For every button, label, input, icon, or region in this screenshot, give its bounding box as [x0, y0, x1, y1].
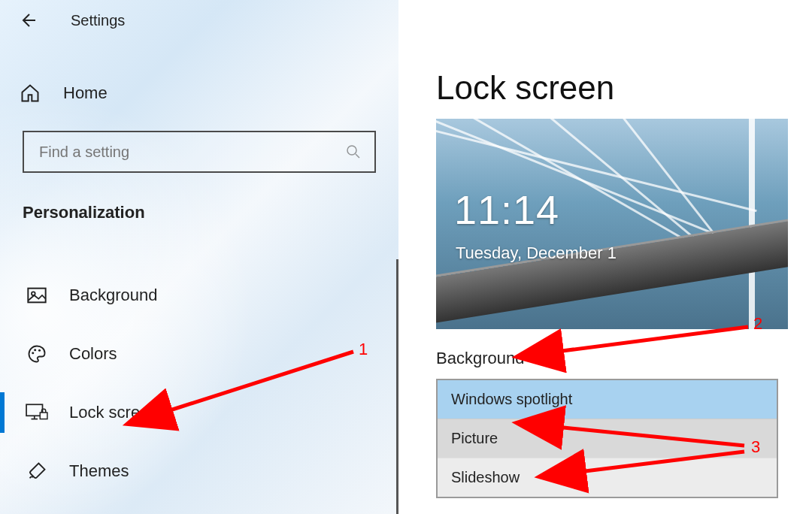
svg-point-3 — [32, 352, 34, 354]
settings-sidebar: Settings Home Personalization — [0, 0, 398, 514]
app-title: Settings — [71, 12, 125, 29]
nav-label: Background — [69, 286, 157, 305]
sidebar-item-background[interactable]: Background — [0, 266, 398, 325]
brush-icon — [26, 460, 48, 482]
page-title: Lock screen — [436, 69, 812, 107]
svg-point-0 — [347, 146, 356, 155]
bridge-graphic — [749, 119, 755, 329]
sidebar-item-lock-screen[interactable]: Lock screen — [0, 383, 398, 442]
section-header: Personalization — [23, 203, 398, 222]
nav-label: Themes — [69, 461, 129, 481]
nav-label: Colors — [69, 344, 117, 364]
nav-list: Background Colors — [0, 266, 398, 500]
background-field-label: Background — [436, 349, 812, 368]
home-icon — [20, 83, 41, 104]
svg-rect-7 — [40, 413, 47, 419]
dropdown-option-slideshow[interactable]: Slideshow — [438, 458, 777, 497]
sidebar-item-themes[interactable]: Themes — [0, 442, 398, 500]
image-icon — [26, 284, 48, 307]
search-input[interactable] — [38, 143, 346, 162]
svg-point-5 — [38, 349, 41, 352]
preview-date: Tuesday, December 1 — [456, 243, 617, 263]
background-dropdown[interactable]: Windows spotlight Picture Slideshow — [436, 379, 778, 498]
sidebar-home[interactable]: Home — [20, 83, 398, 104]
monitor-lock-icon — [26, 401, 48, 424]
nav-label: Lock screen — [69, 403, 159, 422]
dropdown-option-picture[interactable]: Picture — [438, 419, 777, 458]
search-icon — [346, 144, 361, 159]
arrow-left-icon — [19, 11, 37, 29]
back-button[interactable] — [18, 11, 38, 30]
search-box[interactable] — [23, 131, 376, 173]
svg-point-4 — [34, 349, 36, 351]
content-pane: Lock screen 11:14 Tuesday, December 1 Ba… — [398, 0, 812, 514]
home-label: Home — [63, 83, 108, 103]
dropdown-option-windows-spotlight[interactable]: Windows spotlight — [438, 380, 777, 419]
sidebar-item-colors[interactable]: Colors — [0, 325, 398, 383]
preview-time: 11:14 — [454, 186, 559, 233]
lock-screen-preview: 11:14 Tuesday, December 1 — [436, 119, 788, 329]
palette-icon — [26, 343, 48, 365]
